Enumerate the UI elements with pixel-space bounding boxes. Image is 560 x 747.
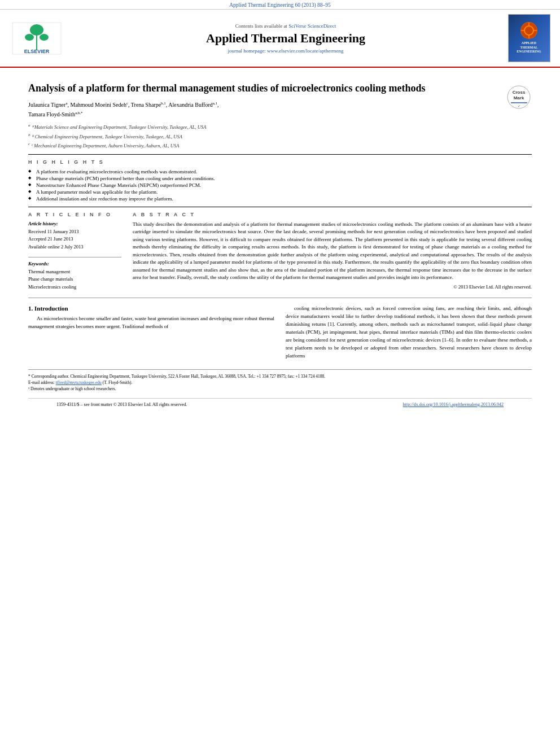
header-left: ELSEVIER xyxy=(6,14,68,62)
sciverse-line: Contents lists available at SciVerse Sci… xyxy=(235,23,336,29)
keyword-3: Microelectronics cooling xyxy=(28,283,121,291)
highlight-item: Additional insulation and size reduction… xyxy=(28,195,532,202)
journal-homepage: journal homepage: www.elsevier.com/locat… xyxy=(228,48,344,54)
svg-point-3 xyxy=(25,34,34,41)
info-divider xyxy=(28,257,121,257)
email-link[interactable]: tfloyd@mytu.tuskegee.edu xyxy=(56,380,102,385)
header-center: Contents lists available at SciVerse Sci… xyxy=(68,14,504,62)
crossmark-badge: Cross Mark ✓ xyxy=(506,85,532,110)
accepted-date: Accepted 21 June 2013 xyxy=(28,235,121,243)
body-left: 1. Introduction As microelectronics beco… xyxy=(28,305,274,364)
svg-point-4 xyxy=(40,34,49,41)
journal-citation-bar: Applied Thermal Engineering 60 (2013) 88… xyxy=(0,0,560,10)
article-info-col: A R T I C L E I N F O Article history: R… xyxy=(28,212,121,291)
journal-title: Applied Thermal Engineering xyxy=(206,31,365,46)
section-1-title: 1. Introduction xyxy=(28,305,274,312)
footnote-1: ¹ Denotes undergraduate or high school r… xyxy=(28,386,532,392)
keyword-2: Phase change materials xyxy=(28,276,121,283)
article-history: Article history: Received 11 January 201… xyxy=(28,221,121,251)
intro-left-text: As microelectronics become smaller and f… xyxy=(28,315,274,331)
footnote-email: E-mail address: tfloyd@mytu.tuskegee.edu… xyxy=(28,379,532,386)
svg-point-2 xyxy=(30,24,43,36)
header-right: APPLIEDTHERMALENGINEERING xyxy=(504,14,554,62)
highlight-item: Phase change materials (PCM) performed b… xyxy=(28,175,532,182)
cover-icon xyxy=(520,22,537,39)
journal-header: ELSEVIER Contents lists available at Sci… xyxy=(0,10,560,68)
history-label: Article history: xyxy=(28,221,121,226)
abstract-text: This study describes the demonstration a… xyxy=(133,221,532,282)
highlights-section: H I G H L I G H T S A platform for evalu… xyxy=(28,159,532,202)
article-info-header: A R T I C L E I N F O xyxy=(28,212,121,217)
cover-text: APPLIEDTHERMALENGINEERING xyxy=(517,41,541,54)
intro-right-text: cooling microelectronic devices, such as… xyxy=(286,305,532,360)
highlight-item: Nanostructure Enhanced Phase Change Mate… xyxy=(28,182,532,189)
highlights-list: A platform for evaluating microelectroni… xyxy=(28,168,532,202)
doi-link[interactable]: http://dx.doi.org/10.1016/j.applthermale… xyxy=(403,402,504,407)
received-date: Received 11 January 2013 xyxy=(28,228,121,236)
affil-a: a ᵃ Materials Science and Engineering De… xyxy=(28,123,532,131)
keyword-1: Thermal management xyxy=(28,268,121,276)
keywords-section: Keywords: Thermal management Phase chang… xyxy=(28,261,121,291)
authors-line: Julaunica Tignera, Mahmoud Moeini Sedehc… xyxy=(28,101,532,119)
elsevier-logo-icon: ELSEVIER xyxy=(11,21,62,55)
affiliations: a ᵃ Materials Science and Engineering De… xyxy=(28,123,532,150)
issn-text: 1359-4311/$ – see front matter © 2013 El… xyxy=(56,402,187,407)
highlight-item: A platform for evaluating microelectroni… xyxy=(28,168,532,175)
svg-text:Cross: Cross xyxy=(513,90,526,95)
copyright: © 2013 Elsevier Ltd. All rights reserved… xyxy=(133,284,532,290)
svg-text:ELSEVIER: ELSEVIER xyxy=(24,49,50,54)
bottom-bar: 1359-4311/$ – see front matter © 2013 El… xyxy=(28,398,532,410)
available-date: Available online 2 July 2013 xyxy=(28,243,121,251)
svg-text:✓: ✓ xyxy=(518,104,520,108)
affil-b: b ᵇ Chemical Engineering Department, Tus… xyxy=(28,132,532,141)
abstract-col: A B S T R A C T This study describes the… xyxy=(133,212,532,291)
footnote-corresponding: * Corresponding author. Chemical Enginee… xyxy=(28,373,532,379)
article-title: Analysis of a platform for thermal manag… xyxy=(28,82,532,95)
sciverse-link[interactable]: SciVerse ScienceDirect xyxy=(288,23,336,29)
highlight-item: A lumped parameter model was applicable … xyxy=(28,189,532,195)
divider-3 xyxy=(28,298,532,298)
affil-c: c ᶜ Mechanical Engineering Department, A… xyxy=(28,141,532,150)
divider-1 xyxy=(28,154,532,155)
divider-2 xyxy=(28,207,532,207)
abstract-header: A B S T R A C T xyxy=(133,212,532,217)
highlights-header: H I G H L I G H T S xyxy=(28,159,532,165)
journal-cover-image: APPLIEDTHERMALENGINEERING xyxy=(508,14,550,62)
footnotes-section: * Corresponding author. Chemical Enginee… xyxy=(28,369,532,392)
journal-citation: Applied Thermal Engineering 60 (2013) 88… xyxy=(229,2,331,8)
svg-text:Mark: Mark xyxy=(514,95,524,101)
keywords-label: Keywords: xyxy=(28,261,121,267)
body-right: cooling microelectronic devices, such as… xyxy=(286,305,532,364)
